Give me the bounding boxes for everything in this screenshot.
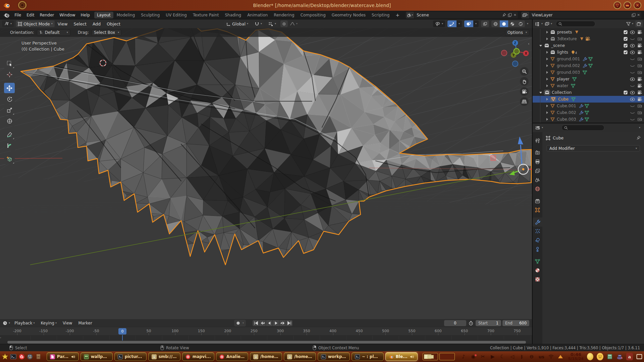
- navigation-gizmo[interactable]: Z X Y: [499, 36, 531, 68]
- scene-name[interactable]: Scene: [414, 12, 501, 18]
- volume-muted-tray-icon[interactable]: ◁: [509, 354, 515, 359]
- disclosure-right-icon[interactable]: [546, 111, 548, 114]
- viewport-menu-add[interactable]: Add: [90, 21, 104, 26]
- properties-options-chevron[interactable]: ▾: [639, 126, 640, 129]
- outliner-item-label[interactable]: ground.003: [557, 70, 580, 75]
- view-perspective-label[interactable]: User Perspective: [21, 40, 64, 46]
- window-titlebar[interactable]: Blender* [/home/amalie/Desktop/blender/w…: [0, 0, 644, 11]
- outliner-row-3dtexture[interactable]: 3dtexture: [533, 36, 644, 42]
- overlays-dropdown[interactable]: ▾: [473, 20, 479, 27]
- workspace-pager-1[interactable]: [423, 353, 438, 360]
- disable-render-off-icon[interactable]: [637, 117, 642, 121]
- workspace-tab-layout[interactable]: Layout: [94, 12, 113, 18]
- hide-eye-closed-icon[interactable]: [630, 71, 635, 74]
- properties-tab-object-data[interactable]: [533, 257, 542, 266]
- start-frame-field[interactable]: Start1: [476, 320, 501, 326]
- window-minimize-button[interactable]: ▬: [624, 1, 631, 9]
- workspace-tab-compositing[interactable]: Compositing: [298, 12, 328, 18]
- taskbar-window-home[interactable]: /home...: [250, 352, 282, 361]
- workspace-tab-modeling[interactable]: Modeling: [114, 12, 138, 18]
- properties-tab-material[interactable]: [533, 266, 542, 275]
- axis-x-label[interactable]: X: [525, 52, 527, 55]
- menu-edit[interactable]: Edit: [24, 13, 37, 17]
- menu-render[interactable]: Render: [37, 13, 57, 17]
- tool-annotate-button[interactable]: [4, 129, 15, 140]
- outliner-search-input[interactable]: [556, 21, 595, 27]
- disable-render-off-icon[interactable]: [637, 104, 642, 108]
- taskbar-window-mapvi[interactable]: mapvi...: [182, 352, 214, 361]
- mesh-icon[interactable]: [550, 64, 555, 68]
- hide-eye-closed-icon[interactable]: [630, 118, 635, 121]
- play-button[interactable]: [273, 320, 279, 326]
- workspace-tab-geometry-nodes[interactable]: Geometry Nodes: [329, 12, 368, 18]
- outliner-row-ground.002[interactable]: ground.002: [533, 62, 644, 69]
- scene-icon[interactable]: ▾: [406, 12, 414, 18]
- viewport-menu-view[interactable]: View: [55, 21, 71, 26]
- hide-eye-closed-icon[interactable]: [630, 64, 635, 68]
- music-player-tray-icon[interactable]: ♪: [461, 354, 466, 359]
- collection-icon[interactable]: [550, 50, 555, 54]
- wifi-tray-icon[interactable]: [548, 355, 554, 359]
- mesh-icon[interactable]: [550, 111, 555, 115]
- hide-eye-closed-icon[interactable]: [630, 84, 635, 88]
- printer-desktop-icon[interactable]: [616, 353, 623, 360]
- disable-render-off-icon[interactable]: [637, 64, 642, 68]
- next-keyframe-button[interactable]: [279, 320, 286, 326]
- drag-dropdown[interactable]: Select Box ▾: [92, 29, 121, 36]
- workspace-tab-rendering[interactable]: Rendering: [271, 12, 297, 18]
- tool-add-cube-button[interactable]: [4, 154, 15, 164]
- hide-eye-open-icon[interactable]: [630, 91, 635, 95]
- dictionary-desktop-icon[interactable]: a: [626, 353, 633, 360]
- disable-render-on-icon[interactable]: [637, 90, 642, 95]
- outliner-item-label[interactable]: Cube.002: [557, 110, 576, 115]
- outliner-row-ground.003[interactable]: ground.003: [533, 69, 644, 76]
- collection-checkbox[interactable]: [624, 90, 628, 95]
- outliner-item-label[interactable]: Collection: [552, 90, 572, 95]
- auto-key-button[interactable]: ▾: [234, 320, 246, 326]
- breadcrumb-object-name[interactable]: Cube: [553, 135, 564, 140]
- hide-eye-closed-icon[interactable]: [630, 104, 635, 108]
- pin-icon[interactable]: [636, 136, 641, 140]
- mode-dropdown[interactable]: Object Mode ▾: [16, 20, 55, 27]
- taskbar-window-analie[interactable]: Analie...: [216, 352, 248, 361]
- axis-z-label[interactable]: Z: [514, 41, 516, 45]
- workspace-tab-scripting[interactable]: Scripting: [369, 12, 392, 18]
- tool-measure-button[interactable]: [4, 140, 15, 151]
- hide-eye-open-icon[interactable]: [630, 44, 635, 48]
- mesh-icon[interactable]: [550, 84, 555, 88]
- hide-eye-closed-icon[interactable]: [630, 111, 635, 115]
- hide-eye-open-icon[interactable]: [630, 51, 635, 54]
- disclosure-down-icon[interactable]: [539, 45, 542, 47]
- orientation-label[interactable]: Global: [232, 21, 246, 26]
- workspace-pager-2[interactable]: [439, 353, 455, 360]
- viewlayer-selector[interactable]: ▾ ViewLayer ✕: [521, 12, 641, 18]
- timeline-menu-view[interactable]: View: [60, 321, 75, 325]
- collection-checkbox[interactable]: [624, 37, 628, 41]
- mesh-active-icon[interactable]: [550, 97, 556, 102]
- disclosure-right-icon[interactable]: [546, 31, 548, 34]
- terminal-launcher[interactable]: [10, 353, 17, 361]
- properties-tab-scene[interactable]: [533, 175, 542, 184]
- disable-render-on-icon[interactable]: [637, 50, 642, 54]
- bluetooth-tray-icon[interactable]: ᛒ: [519, 355, 525, 359]
- properties-tab-texture[interactable]: [533, 275, 542, 284]
- timeline-scrollbar[interactable]: [0, 341, 532, 344]
- properties-search-input[interactable]: [561, 125, 604, 131]
- proportional-edit-toggle[interactable]: [280, 20, 288, 27]
- emoji-desktop-icon[interactable]: [597, 353, 603, 360]
- collection-checkbox[interactable]: [624, 44, 628, 48]
- xray-toggle[interactable]: [481, 20, 489, 27]
- properties-tab-particles[interactable]: [533, 227, 542, 236]
- menu-window[interactable]: Window: [57, 13, 78, 17]
- outliner-item-label[interactable]: 3dtexture: [557, 37, 577, 41]
- outliner-row-cube.003[interactable]: Cube.003: [533, 116, 644, 123]
- shading-mode-group[interactable]: ▾: [491, 20, 530, 27]
- mesh-icon[interactable]: [550, 117, 555, 121]
- disable-render-on-icon[interactable]: [637, 84, 642, 88]
- collection-icon[interactable]: [544, 44, 549, 48]
- calculator-desktop-icon[interactable]: [607, 353, 613, 360]
- window-shade-button[interactable]: ▽: [613, 1, 621, 9]
- disable-render-on-icon[interactable]: [637, 77, 642, 81]
- clock-date[interactable]: 5/15/24: [568, 357, 584, 361]
- outliner-item-label[interactable]: Cube.001: [557, 104, 576, 108]
